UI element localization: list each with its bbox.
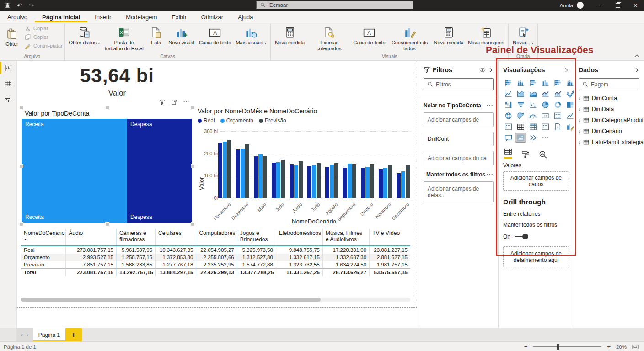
table-row-real[interactable]: Real273.081.757,155.961.587,9510.343.627… [21,246,410,254]
report-view-button[interactable] [0,60,16,76]
bar[interactable] [241,149,245,198]
line-stacked-column-chart-icon[interactable] [540,89,550,98]
column-chart-visual[interactable]: Valor por NomeDoMês e NomeDoCenário Real… [195,106,417,225]
restore-button[interactable] [609,0,627,11]
bar-group-ortobro[interactable] [359,131,376,198]
bar[interactable] [334,163,338,198]
treemap-block-receita[interactable]: ReceitaReceita [22,119,127,223]
bar[interactable] [406,165,410,198]
zoom-out-button[interactable]: − [524,343,528,350]
card-icon[interactable]: 12 [540,111,550,120]
filter-field-well[interactable]: DrillCont [424,132,494,146]
expand-chevron-icon[interactable]: › [579,139,580,145]
smart-narrative-icon[interactable] [515,133,526,142]
filled-map-icon[interactable] [515,111,526,120]
bar-group-agosto[interactable] [323,131,341,198]
azure-map-icon[interactable] [528,111,538,120]
bar-group-julio[interactable] [269,131,287,198]
column-header[interactable]: Áudio [66,229,117,246]
chevron-right-icon[interactable] [564,68,569,73]
bar[interactable] [227,140,231,198]
eye-icon[interactable] [479,67,486,73]
line-chart-icon[interactable] [503,89,513,98]
close-button[interactable]: × [627,0,644,11]
bar[interactable] [330,165,334,198]
expand-chevron-icon[interactable]: › [579,96,580,101]
slicer-icon[interactable] [503,122,513,131]
more-visuals-icon[interactable] [540,133,550,142]
bar[interactable] [312,165,316,198]
bar[interactable] [343,168,347,198]
ribbon-button-exrimar-cotegrados[interactable]: Exrimar cotegrados [309,25,349,52]
expand-chevron-icon[interactable]: › [579,117,580,123]
field-table-dimcenário[interactable]: ›DimCenário [579,128,639,134]
bar[interactable] [361,168,365,198]
treemap-visual[interactable]: Valor por TipoDeConta ReceitaReceitaDesp… [21,107,193,224]
bar-group-junio[interactable] [287,131,305,198]
collapse-ribbon-icon[interactable] [634,54,639,58]
bar[interactable] [294,165,298,198]
legend-item-orçamento[interactable]: Orçamento [220,117,253,124]
minimize-button[interactable] [592,0,609,11]
clustered-bar-chart-icon[interactable] [528,78,538,87]
bar-group-dezenibro[interactable] [234,131,252,198]
bar[interactable] [218,143,222,198]
bar[interactable] [397,173,401,198]
bar[interactable] [258,154,263,198]
next-page-icon[interactable]: › [27,332,28,338]
zoom-in-button[interactable]: + [607,343,611,350]
filter-field-well[interactable]: Adicionar campos dn da [424,151,494,165]
ribbon-button-eata[interactable]: Eata [148,25,164,46]
ribbon-tab-inserir[interactable]: Inserir [87,11,118,22]
bar[interactable] [370,164,374,198]
expand-chevron-icon[interactable]: › [579,128,580,134]
zoom-slider-thumb[interactable] [557,344,559,350]
clustered-column-chart-icon[interactable] [540,78,550,87]
user-name[interactable]: Aonla [560,3,573,8]
selection-handle[interactable] [191,164,195,168]
more-options-icon[interactable]: ··· [487,171,494,178]
ribbon-button-novar-[interactable]: Novar... ▾ [513,25,533,46]
values-field-well[interactable]: Adicionar campos de dados [503,171,569,191]
selection-handle[interactable] [19,106,23,110]
ribbon-button-pasta-de-trabalho-do-excel[interactable]: XPasta de trabalho do Excel [104,25,144,52]
bar[interactable] [272,163,276,198]
waterfall-chart-icon[interactable] [503,100,513,109]
ribbon-button-obter-dados[interactable]: Obter dados ▾ [69,25,100,46]
area-chart-icon[interactable] [515,89,526,98]
ribbon-button-contm-piatar[interactable]: Contm-piatar [25,43,63,49]
column-header[interactable]: Computadores [196,229,237,246]
avatar[interactable] [577,2,584,9]
stacked-area-chart-icon[interactable] [528,89,538,98]
format-tab-icon[interactable] [521,150,530,159]
fit-to-page-icon[interactable] [632,344,639,350]
bar[interactable] [317,163,321,198]
column-header[interactable]: NomeDoCenário▲ [21,229,66,246]
field-table-dimdata[interactable]: ›DimData [579,106,639,112]
ribbon-tab-ajuda[interactable]: Ajuda [231,11,260,22]
bar[interactable] [348,164,352,198]
bar[interactable] [379,169,383,198]
multi-row-card-icon[interactable] [553,111,563,120]
data-view-button[interactable] [0,76,16,91]
add-page-button[interactable]: + [65,328,82,342]
selection-handle[interactable] [105,106,109,110]
page-tab[interactable]: Página 1 [33,328,65,342]
selection-handle[interactable] [191,222,195,226]
focus-mode-icon[interactable] [171,99,177,105]
selection-handle[interactable] [105,222,109,226]
bar[interactable] [245,144,249,198]
filter-icon[interactable] [159,99,165,105]
bar[interactable] [299,161,303,198]
drill-field-well[interactable]: Adicionar campos de detalhamento aqui [503,246,569,267]
table-row-orçamento[interactable]: Orçamento2.993.527,151.258.757,151.372.8… [21,254,410,261]
ribbon-button-copiar[interactable]: Copiar [25,25,63,32]
field-table-dimconta[interactable]: ›DimConta [579,95,639,101]
treemap-block-despesa[interactable]: DespesaDespesa [127,119,192,223]
chevron-right-icon[interactable] [488,68,494,73]
ribbon-button-nova-medida[interactable]: Nova medida [275,25,305,46]
chevron-right-icon[interactable] [634,68,639,73]
bar[interactable] [254,156,258,198]
save-icon[interactable] [5,2,11,8]
filter-field-well[interactable]: Adicionar campos de [424,112,494,127]
